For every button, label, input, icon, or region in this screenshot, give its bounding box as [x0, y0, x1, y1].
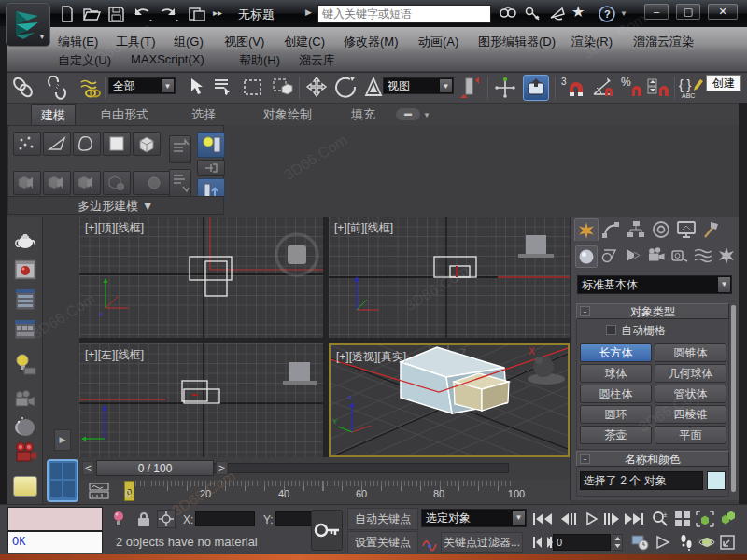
reference-coordinate-dropdown[interactable]: 视图 ▼ [383, 77, 454, 94]
menu-help[interactable]: 帮助(H) [239, 52, 280, 69]
menu-animation[interactable]: 动画(A) [418, 34, 458, 50]
selection-filter-arrow-icon[interactable]: ▼ [162, 79, 174, 92]
select-object-icon[interactable] [182, 76, 206, 100]
collapse-stack-button[interactable] [169, 135, 191, 163]
time-configuration-icon[interactable] [631, 534, 650, 551]
render-teapot-icon[interactable] [13, 228, 37, 252]
selection-lock-icon[interactable] [136, 511, 151, 527]
selection-set-dropdown[interactable]: 选定对象 ▼ [421, 509, 527, 527]
camera-cone-icon[interactable] [655, 535, 672, 550]
element-mode-button[interactable] [133, 132, 161, 156]
polygon-mode-button[interactable] [103, 132, 131, 156]
maximize-button[interactable]: ▢ [676, 4, 700, 20]
viewport-left-label[interactable]: [+][左][线框] [85, 347, 144, 363]
menu-cloud-render[interactable]: 溜溜云渲染 [633, 34, 694, 50]
snaps-toggle-icon[interactable]: 3 [560, 76, 585, 100]
edit-poly-mode-button-3[interactable] [73, 171, 101, 195]
autogrid-checkbox[interactable] [606, 325, 616, 335]
communication-icon[interactable] [523, 5, 543, 23]
title-expand-icon[interactable]: ▶ [305, 7, 312, 17]
menu-liuyun-lib[interactable]: 溜云库 [299, 52, 335, 69]
search-input[interactable] [317, 5, 491, 23]
menu-create[interactable]: 创建(C) [284, 34, 325, 50]
primitive-category-arrow-icon[interactable]: ▼ [718, 277, 730, 292]
toolbar-overflow-icon[interactable]: ▸▸ [213, 7, 222, 18]
tab-motion[interactable] [650, 218, 674, 241]
select-by-name-icon[interactable] [211, 76, 235, 100]
rollout-collapse-icon-2[interactable]: - [580, 454, 590, 464]
viewport-perspective[interactable]: [+][透视][真实] Z Y X [329, 343, 570, 457]
use-pivot-center-icon[interactable] [459, 76, 484, 100]
panel-scrollbar[interactable] [731, 305, 736, 492]
yellow-swatch-button[interactable] [13, 476, 37, 497]
category-systems-icon[interactable] [716, 245, 739, 268]
edit-poly-mode-button[interactable] [13, 171, 41, 195]
tab-create[interactable] [574, 218, 599, 241]
button-torus[interactable]: 圆环 [580, 405, 652, 424]
material-editor-icon[interactable] [13, 317, 37, 342]
category-geometry-icon[interactable] [575, 245, 598, 268]
favorites-star-icon[interactable]: ★ [571, 3, 585, 21]
new-file-icon[interactable] [58, 5, 77, 23]
ribbon-tab-modeling[interactable]: 建模 [31, 104, 76, 125]
track-bar-ticks[interactable] [128, 481, 517, 501]
minimize-button[interactable]: – [644, 4, 669, 20]
vertex-mode-button[interactable] [13, 132, 41, 156]
viewport-top[interactable]: [+][顶][线框] x [79, 217, 323, 338]
redo-icon[interactable] [157, 5, 179, 23]
application-menu-button[interactable]: ▾ [6, 3, 50, 47]
isolate-toggle-icon[interactable] [112, 511, 125, 527]
zoom-extents-all-icon[interactable] [718, 510, 739, 528]
viewport-left[interactable]: [+][左][线框] [79, 343, 323, 457]
open-file-icon[interactable] [82, 5, 103, 23]
absolute-mode-icon[interactable] [157, 510, 176, 528]
maximize-viewport-toggle-icon[interactable] [719, 534, 736, 551]
menu-views[interactable]: 视图(V) [224, 34, 264, 50]
border-mode-button[interactable] [73, 132, 101, 156]
rollout-collapse-icon[interactable]: - [580, 306, 590, 316]
rollout-name-color[interactable]: - 名称和颜色 [576, 451, 729, 467]
button-geosphere[interactable]: 几何球体 [655, 364, 726, 383]
ribbon-minimize-arrow-icon[interactable]: ▼ [423, 111, 430, 119]
menu-customize[interactable]: 自定义(U) [58, 52, 111, 69]
category-spacewarps-icon[interactable] [693, 245, 715, 268]
render-setup-dialog-icon[interactable] [13, 287, 37, 312]
rendered-frame-window-icon[interactable] [13, 258, 37, 282]
ribbon-tab-populate[interactable]: 填充 [342, 104, 385, 125]
viewport-front-label[interactable]: [+][前][线框] [334, 220, 393, 236]
category-lights-icon[interactable] [623, 245, 645, 268]
menu-edit[interactable]: 编辑(E) [58, 34, 98, 50]
maxscript-macro-pane[interactable] [7, 507, 103, 531]
light-lister-icon[interactable] [13, 352, 37, 376]
button-plane[interactable]: 平面 [655, 426, 726, 444]
window-crossing-icon[interactable] [271, 76, 295, 100]
viewport-front[interactable]: [+][前][线框] [329, 217, 570, 338]
category-shapes-icon[interactable] [599, 245, 622, 268]
category-cameras-icon[interactable] [646, 245, 669, 268]
select-and-rotate-icon[interactable] [333, 76, 358, 100]
edit-poly-mode-button-2[interactable] [43, 171, 71, 195]
environment-icon[interactable] [13, 414, 37, 439]
menu-modifiers[interactable]: 修改器(M) [344, 34, 399, 50]
key-filters-button[interactable]: 关键点过滤器... [441, 532, 523, 553]
auto-key-button[interactable]: 自动关键点 [347, 508, 418, 530]
set-key-button[interactable]: 设置关键点 [347, 531, 418, 553]
select-and-link-icon[interactable] [11, 76, 35, 100]
new-key-curve-icon[interactable] [421, 533, 438, 552]
go-to-start-icon[interactable] [532, 511, 553, 526]
zoom-extents-icon[interactable] [673, 510, 692, 528]
primitive-category-dropdown[interactable]: 标准基本体 ▼ [577, 275, 732, 294]
button-teapot[interactable]: 茶壶 [580, 426, 652, 444]
bind-to-space-warp-icon[interactable] [78, 76, 103, 100]
button-pyramid[interactable]: 四棱锥 [655, 405, 726, 424]
key-mode-toggle-icon[interactable] [532, 535, 553, 550]
angle-snap-icon[interactable] [590, 76, 614, 100]
project-folder-icon[interactable] [187, 5, 207, 23]
button-tube[interactable]: 管状体 [655, 385, 726, 403]
rectangular-selection-region-icon[interactable] [241, 76, 265, 100]
tab-display[interactable] [675, 218, 699, 241]
menu-tools[interactable]: 工具(T) [116, 34, 156, 50]
layout-flyout-button[interactable]: ▶ [54, 429, 71, 451]
tab-utilities[interactable] [700, 218, 725, 241]
button-box[interactable]: 长方体 [580, 343, 652, 362]
